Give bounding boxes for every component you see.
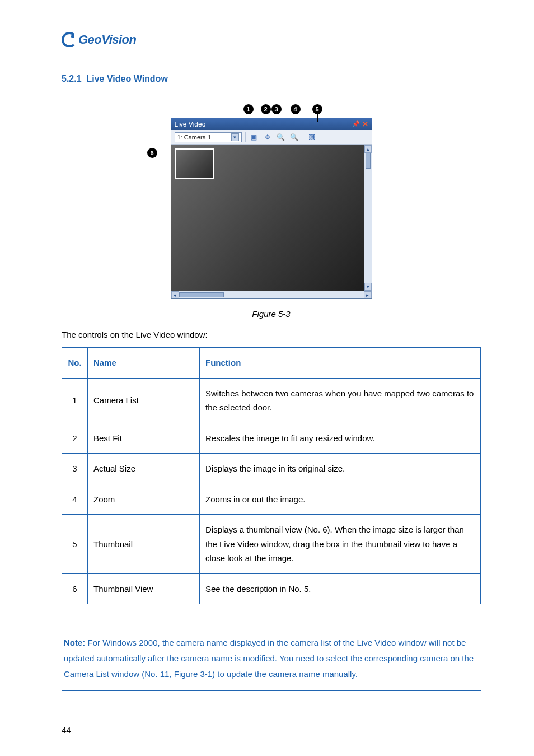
intro-text: The controls on the Live Video window: [62,330,481,339]
camera-list-dropdown[interactable]: 1: Camera 1 ▾ [175,132,242,142]
pin-icon[interactable]: 📌 [352,120,360,128]
camera-select-value: 1: Camera 1 [177,134,212,141]
best-fit-button[interactable]: ▣ [249,132,259,142]
th-no: No. [62,348,88,379]
cell-function: Displays the image in its original size. [200,454,481,484]
note-box: Note: For Windows 2000, the camera name … [62,626,481,691]
cell-function: See the description in No. 5. [200,573,481,604]
callout-3: 3 [271,104,282,114]
cell-no: 4 [62,484,88,515]
table-row: 1Camera ListSwitches between two cameras… [62,378,481,423]
cell-name: Actual Size [88,454,200,484]
cell-name: Best Fit [88,423,200,454]
scroll-right-icon[interactable]: ▸ [364,291,372,298]
video-main[interactable] [171,145,364,291]
chevron-down-icon: ▾ [231,133,239,141]
cell-function: Rescales the image to fit any resized wi… [200,423,481,454]
cell-function: Zooms in or out the image. [200,484,481,515]
callout-1: 1 [243,104,254,114]
cell-function: Displays a thumbnail view (No. 6). When … [200,515,481,574]
cell-name: Thumbnail View [88,573,200,604]
callout-5: 5 [312,104,322,114]
logo-text: GeoVision [78,32,136,47]
svg-point-0 [71,35,74,38]
video-area: ▴ ▾ [171,145,372,291]
zoom-out-button[interactable]: 🔍 [289,132,299,142]
zoom-in-button[interactable]: 🔍 [276,132,286,142]
thumbnail-view[interactable] [175,148,214,179]
figure-caption: Figure 5-3 [62,309,481,319]
logo-mark [62,32,76,47]
cell-function: Switches between two cameras when you ha… [200,378,481,423]
cell-name: Zoom [88,484,200,515]
brand-logo: GeoVision [62,32,481,47]
th-name: Name [88,348,200,379]
callout-2: 2 [261,104,271,114]
callout-4: 4 [291,104,301,114]
table-row: 5ThumbnailDisplays a thumbnail view (No.… [62,515,481,574]
table-row: 6Thumbnail ViewSee the description in No… [62,573,481,604]
live-video-panel: Live Video 📌 ✕ 1: Camera 1 ▾ ▣ ✥ 🔍 🔍 🖼 [171,118,372,299]
note-text: For Windows 2000, the camera name displa… [64,638,474,679]
section-heading: 5.2.1 Live Video Window [62,74,481,84]
panel-toolbar: 1: Camera 1 ▾ ▣ ✥ 🔍 🔍 🖼 [171,130,372,145]
cell-no: 1 [62,378,88,423]
section-title: Live Video Window [86,74,167,83]
scroll-down-icon[interactable]: ▾ [364,283,372,291]
cell-name: Camera List [88,378,200,423]
controls-table: No. Name Function 1Camera ListSwitches b… [62,347,481,604]
section-number: 5.2.1 [62,74,82,83]
hscroll-thumb[interactable] [179,292,224,297]
callout-6: 6 [147,148,157,158]
figure-live-video: 1 2 3 4 5 Live Video 📌 ✕ 1: Camera 1 [171,104,372,299]
table-row: 3Actual SizeDisplays the image in its or… [62,454,481,484]
vertical-scrollbar[interactable]: ▴ ▾ [364,145,372,291]
panel-titlebar: Live Video 📌 ✕ [171,118,372,130]
cell-no: 6 [62,573,88,604]
horizontal-scrollbar[interactable]: ◂ ▸ [171,291,372,298]
th-function: Function [200,348,481,379]
page-number: 44 [62,725,71,735]
close-icon[interactable]: ✕ [362,120,368,128]
panel-title: Live Video [175,120,206,128]
note-label: Note: [64,638,85,647]
scroll-left-icon[interactable]: ◂ [171,291,179,298]
cell-no: 2 [62,423,88,454]
thumbnail-button[interactable]: 🖼 [307,132,317,142]
cell-no: 3 [62,454,88,484]
cell-no: 5 [62,515,88,574]
table-row: 4ZoomZooms in or out the image. [62,484,481,515]
actual-size-button[interactable]: ✥ [263,132,273,142]
table-row: 2Best FitRescales the image to fit any r… [62,423,481,454]
vscroll-thumb[interactable] [366,153,371,169]
scroll-up-icon[interactable]: ▴ [364,145,372,153]
cell-name: Thumbnail [88,515,200,574]
